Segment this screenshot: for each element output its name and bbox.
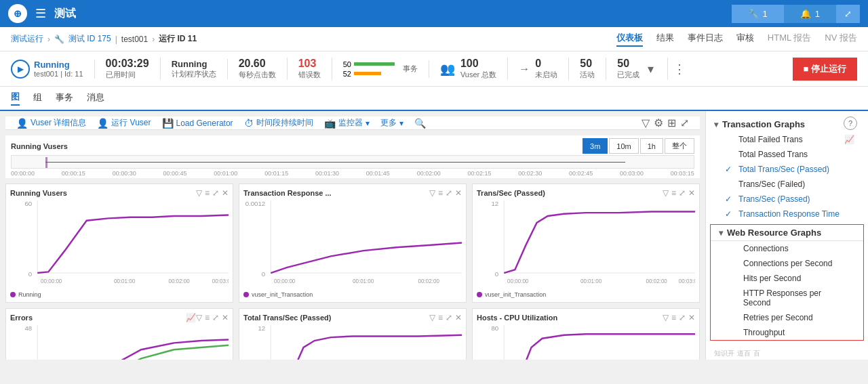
run-vuser-btn[interactable]: 👤 运行 Vuser xyxy=(97,117,151,129)
panel-item-http-responses[interactable]: HTTP Responses per Second xyxy=(711,286,863,310)
chart-menu-icon-4[interactable]: ≡ xyxy=(205,313,210,322)
time-btn-all[interactable]: 整个 xyxy=(665,138,694,154)
section-title-web-resource: Web Resource Graphs xyxy=(727,228,821,238)
grid-icon[interactable]: ⊞ xyxy=(667,116,676,129)
chart-expand-icon-1[interactable]: ⤢ xyxy=(212,188,219,198)
subnav-transactions[interactable]: 事务 xyxy=(56,91,73,105)
stop-button[interactable]: ■ 停止运行 xyxy=(793,58,857,81)
elapsed-block: 00:03:29 已用时间 xyxy=(106,58,149,80)
panel-item-retries-per-sec[interactable]: Retries per Second xyxy=(711,310,863,325)
panel-item-total-trans-sec[interactable]: ✓ Total Trans/Sec (Passed) xyxy=(706,162,868,177)
chart-expand-icon-2[interactable]: ⤢ xyxy=(446,188,452,198)
chart-filter-icon-5[interactable]: ▽ xyxy=(429,313,435,322)
active-label: 活动 xyxy=(580,70,595,80)
panel-item-connections[interactable]: Connections xyxy=(711,241,863,256)
tab-dashboard[interactable]: 仪表板 xyxy=(616,32,643,47)
panel-item-trans-sec-passed[interactable]: ✓ Trans/Sec (Passed) xyxy=(706,192,868,207)
section-title-transaction: Transaction Graphs xyxy=(722,119,805,129)
center-btn-1[interactable]: 🔧 1 xyxy=(732,5,784,23)
expand-chevron[interactable]: ▾ xyxy=(645,62,656,77)
trans-row-1: 50 xyxy=(343,60,395,68)
app-logo: ⊕ xyxy=(8,4,27,23)
tab-audit[interactable]: 审核 xyxy=(736,32,754,47)
chart-expand-icon-5[interactable]: ⤢ xyxy=(446,313,452,322)
breadcrumb-item-2: test001 xyxy=(121,35,148,44)
trans-bar-orange xyxy=(354,72,381,75)
chart-header-6: Hosts - CPU Utilization ▽ ≡ ⤢ ✕ xyxy=(477,313,695,322)
chart-filter-icon-4[interactable]: ▽ xyxy=(196,313,202,322)
users-icon: 👥 xyxy=(440,62,455,77)
active-section: 50 活动 xyxy=(569,58,606,80)
vuser-details-btn[interactable]: 👤 Vuser 详细信息 xyxy=(16,117,86,129)
help-icon[interactable]: ? xyxy=(844,116,857,130)
more-btn[interactable]: 更多 ▾ xyxy=(380,117,403,129)
time-duration-btn[interactable]: ⏱ 时间段持续时间 xyxy=(244,117,313,129)
tab-html-report[interactable]: HTML 报告 xyxy=(768,32,812,47)
chart-filter-icon-1[interactable]: ▽ xyxy=(196,188,202,198)
panel-item-total-passed-trans[interactable]: Total Passed Trans xyxy=(706,147,868,162)
more-menu-btn[interactable]: ⋮ xyxy=(668,62,691,77)
time-btn-1h[interactable]: 1h xyxy=(640,138,663,154)
chart-close-icon-5[interactable]: ✕ xyxy=(455,313,462,322)
errors-block: 103 错误数 xyxy=(298,58,321,80)
timeline-label: Running Vusers xyxy=(11,142,68,150)
subnav-groups[interactable]: 组 xyxy=(33,91,42,105)
panel-item-trans-response-time[interactable]: ✓ Transaction Response Time xyxy=(706,207,868,221)
chart-title-6: Hosts - CPU Utilization xyxy=(477,314,663,322)
chart-close-icon-1[interactable]: ✕ xyxy=(222,188,229,198)
panel-item-hits-per-sec[interactable]: Hits per Second xyxy=(711,271,863,286)
panel-item-connections-per-sec[interactable]: Connections per Second xyxy=(711,256,863,271)
chart-expand-icon-6[interactable]: ⤢ xyxy=(679,313,686,322)
svg-text:0: 0 xyxy=(262,270,266,278)
panel-item-throughput[interactable]: Throughput xyxy=(711,325,863,340)
chart-menu-icon-1[interactable]: ≡ xyxy=(205,188,210,198)
breadcrumb-item-1[interactable]: 测试 ID 175 xyxy=(68,33,111,45)
load-generator-btn[interactable]: 💾 Load Generator xyxy=(162,118,233,129)
chart-expand-icon-3[interactable]: ⤢ xyxy=(679,188,686,198)
subnav-messages[interactable]: 消息 xyxy=(87,91,104,105)
program-status-block: Running 计划程序状态 xyxy=(172,59,216,79)
panel-item-total-failed-trans[interactable]: Total Failed Trans 📈 xyxy=(706,132,868,147)
subnav-graphs[interactable]: 图 xyxy=(11,91,20,106)
chart-close-icon-2[interactable]: ✕ xyxy=(455,188,462,198)
tab-results[interactable]: 结果 xyxy=(656,32,674,47)
svg-text:60: 60 xyxy=(24,200,32,207)
section-web-resource-graphs[interactable]: ▾ Web Resource Graphs xyxy=(711,225,863,241)
time-btn-3m[interactable]: 3m xyxy=(583,138,608,154)
chart-close-icon-3[interactable]: ✕ xyxy=(688,188,695,198)
tab-event-log[interactable]: 事件日志 xyxy=(688,32,723,47)
chart-actions-5: ▽ ≡ ⤢ ✕ xyxy=(429,313,462,322)
tab-nv-report[interactable]: NV 报告 xyxy=(825,32,857,47)
completed-label: 已完成 xyxy=(617,70,639,80)
monitor-btn[interactable]: 📺 监控器 ▾ xyxy=(324,117,370,129)
expand-btn[interactable]: ⤢ xyxy=(836,5,860,23)
settings-icon[interactable]: ⚙ xyxy=(654,116,663,129)
filter-icon[interactable]: ▽ xyxy=(642,116,650,129)
chart-close-icon-4[interactable]: ✕ xyxy=(222,313,229,322)
chart-filter-icon-3[interactable]: ▽ xyxy=(663,188,669,198)
chart-close-icon-6[interactable]: ✕ xyxy=(688,313,695,322)
vusers-block: 100 Vuser 总数 xyxy=(460,58,496,80)
breadcrumb-bar: 测试运行 › 🔧 测试 ID 175 | test001 › 运行 ID 11 … xyxy=(0,27,868,51)
chart-header-1: Running Vusers ▽ ≡ ⤢ ✕ xyxy=(10,188,229,198)
breadcrumb-item-0[interactable]: 测试运行 xyxy=(11,33,43,45)
panel-item-trans-sec-failed[interactable]: Trans/Sec (Failed) xyxy=(706,177,868,192)
chart-menu-icon-5[interactable]: ≡ xyxy=(438,313,443,322)
chart-actions-3: ▽ ≡ ⤢ ✕ xyxy=(663,188,695,198)
errors-label: 错误数 xyxy=(298,70,321,80)
chart-filter-icon-2[interactable]: ▽ xyxy=(429,188,435,198)
fullscreen-icon[interactable]: ⤢ xyxy=(680,116,689,129)
chart-expand-icon-4[interactable]: ⤢ xyxy=(212,313,219,322)
chart-filter-icon-6[interactable]: ▽ xyxy=(663,313,669,322)
chart-svg-3: 12 0 00:00:00 00:01:00 00:02:00 00:03:00 xyxy=(477,200,695,290)
chart-menu-icon-6[interactable]: ≡ xyxy=(671,313,676,322)
svg-text:0: 0 xyxy=(28,270,33,278)
chart-menu-icon-3[interactable]: ≡ xyxy=(671,188,676,198)
menu-icon[interactable]: ☰ xyxy=(35,6,46,21)
search-btn[interactable]: 🔍 xyxy=(414,118,426,129)
chevron-down-icon-2: ▾ xyxy=(719,228,723,238)
time-btn-10m[interactable]: 10m xyxy=(609,138,638,154)
vusers-section: 👥 100 Vuser 总数 xyxy=(429,58,508,80)
center-btn-2[interactable]: 🔔 1 xyxy=(784,5,836,23)
chart-menu-icon-2[interactable]: ≡ xyxy=(438,188,443,198)
